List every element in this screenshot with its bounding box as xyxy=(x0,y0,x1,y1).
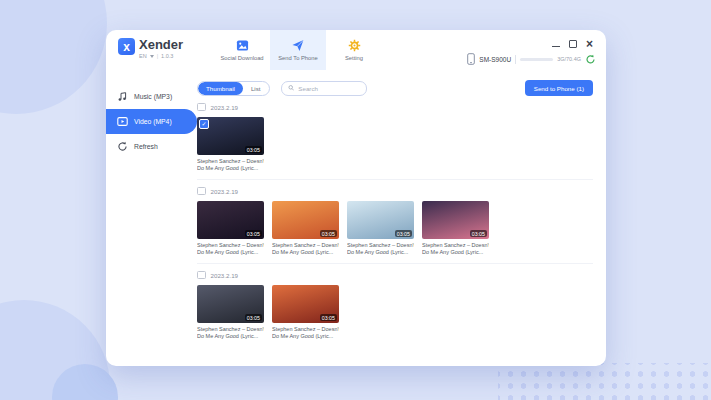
video-title-line2: Do Me Any Good (Lyric... xyxy=(197,165,264,172)
send-to-phone-button[interactable]: Send to Phone (1) xyxy=(525,80,593,96)
background-circle xyxy=(0,0,107,114)
view-list-button[interactable]: List xyxy=(243,82,269,95)
sidebar-item-video[interactable]: Video (MP4) xyxy=(106,109,197,134)
video-title-line1: Stephen Sanchez – Doesn't xyxy=(197,242,264,249)
divider: | xyxy=(157,52,158,60)
close-button[interactable]: × xyxy=(586,39,593,49)
video-duration: 03:05 xyxy=(320,314,337,321)
chevron-down-icon xyxy=(150,55,154,58)
video-title-line2: Do Me Any Good (Lyric... xyxy=(272,333,339,340)
video-title: Stephen Sanchez – Doesn't Do Me Any Good… xyxy=(197,326,264,340)
video-section: 2023.2.19 03:05 Stephen Sanchez – Doesn'… xyxy=(197,263,593,340)
video-thumbnail[interactable]: ✓ 03:05 xyxy=(197,117,264,155)
background-dot-grid xyxy=(498,363,711,400)
app-window: x Xender EN | 1.0.3 Social Download xyxy=(106,30,606,366)
video-title: Stephen Sanchez – Doesn't Do Me Any Good… xyxy=(197,158,264,172)
section-header: 2023.2.19 xyxy=(197,266,593,284)
device-name: SM-S900U xyxy=(479,56,511,63)
video-section: 2023.2.19 03:05 Stephen Sanchez – Doesn'… xyxy=(197,179,593,256)
language-selector[interactable]: EN xyxy=(139,52,147,60)
video-title-line2: Do Me Any Good (Lyric... xyxy=(422,249,489,256)
video-thumbnail[interactable]: 03:05 xyxy=(197,201,264,239)
window-controls: × xyxy=(552,39,593,49)
device-sync-icon[interactable] xyxy=(585,54,596,65)
video-title: Stephen Sanchez – Doesn't Do Me Any Good… xyxy=(422,242,489,256)
tab-send-to-phone[interactable]: Send To Phone xyxy=(270,30,326,70)
app-version: 1.0.3 xyxy=(161,52,173,60)
video-thumbnail[interactable]: 03:05 xyxy=(197,285,264,323)
video-thumbnail[interactable]: 03:05 xyxy=(422,201,489,239)
video-title-line1: Stephen Sanchez – Doesn't xyxy=(272,242,339,249)
video-card[interactable]: 03:05 Stephen Sanchez – Doesn't Do Me An… xyxy=(422,201,489,256)
video-duration: 03:05 xyxy=(245,314,262,321)
search-input[interactable] xyxy=(298,85,359,92)
video-title: Stephen Sanchez – Doesn't Do Me Any Good… xyxy=(272,242,339,256)
video-thumbnail[interactable]: 03:05 xyxy=(347,201,414,239)
section-cards: 03:05 Stephen Sanchez – Doesn't Do Me An… xyxy=(197,285,593,340)
xender-logo-icon: x xyxy=(118,38,135,55)
video-card[interactable]: 03:05 Stephen Sanchez – Doesn't Do Me An… xyxy=(197,201,264,256)
section-checkbox[interactable] xyxy=(197,187,206,196)
video-duration: 03:05 xyxy=(395,230,412,237)
content-area: Thumbnail List Send to Phone (1) 2023.2.… xyxy=(192,70,606,366)
phone-icon xyxy=(467,53,475,65)
maximize-button[interactable] xyxy=(569,40,577,48)
video-duration: 03:05 xyxy=(470,230,487,237)
storage-progress-bar xyxy=(520,58,553,61)
video-title: Stephen Sanchez – Doesn't Do Me Any Good… xyxy=(347,242,414,256)
section-cards: 03:05 Stephen Sanchez – Doesn't Do Me An… xyxy=(197,201,593,256)
section-date: 2023.2.19 xyxy=(211,272,239,279)
sidebar-item-label: Video (MP4) xyxy=(134,118,172,125)
tab-label: Send To Phone xyxy=(278,55,318,61)
image-icon xyxy=(236,39,249,52)
tab-setting[interactable]: Setting xyxy=(326,30,382,70)
divider xyxy=(515,55,516,64)
view-thumbnail-button[interactable]: Thumbnail xyxy=(198,82,243,95)
video-duration: 03:05 xyxy=(245,230,262,237)
video-thumbnail[interactable]: 03:05 xyxy=(272,201,339,239)
search-icon xyxy=(288,84,295,92)
section-checkbox[interactable] xyxy=(197,103,206,112)
video-title-line2: Do Me Any Good (Lyric... xyxy=(197,333,264,340)
music-note-icon xyxy=(117,91,128,102)
video-duration: 03:05 xyxy=(320,230,337,237)
video-icon xyxy=(117,116,128,127)
sidebar-item-label: Refresh xyxy=(134,143,158,150)
video-title: Stephen Sanchez – Doesn't Do Me Any Good… xyxy=(197,242,264,256)
video-card[interactable]: 03:05 Stephen Sanchez – Doesn't Do Me An… xyxy=(272,201,339,256)
video-title-line1: Stephen Sanchez – Doesn't xyxy=(197,158,264,165)
window-header: x Xender EN | 1.0.3 Social Download xyxy=(106,30,606,70)
app-brand: x Xender EN | 1.0.3 xyxy=(118,37,183,60)
tab-label: Setting xyxy=(345,55,363,61)
video-title-line1: Stephen Sanchez – Doesn't xyxy=(272,326,339,333)
video-card[interactable]: 03:05 Stephen Sanchez – Doesn't Do Me An… xyxy=(272,285,339,340)
video-card[interactable]: ✓ 03:05 Stephen Sanchez – Doesn't Do Me … xyxy=(197,117,264,172)
section-date: 2023.2.19 xyxy=(211,188,239,195)
section-header: 2023.2.19 xyxy=(197,182,593,200)
video-title-line2: Do Me Any Good (Lyric... xyxy=(347,249,414,256)
paper-plane-icon xyxy=(291,39,305,52)
video-card[interactable]: 03:05 Stephen Sanchez – Doesn't Do Me An… xyxy=(197,285,264,340)
minimize-button[interactable] xyxy=(552,46,560,47)
section-date: 2023.2.19 xyxy=(211,104,239,111)
tab-label: Social Download xyxy=(220,55,263,61)
video-title-line1: Stephen Sanchez – Doesn't xyxy=(347,242,414,249)
content-toolbar: Thumbnail List Send to Phone (1) xyxy=(197,80,593,96)
refresh-icon xyxy=(117,141,128,152)
section-cards: ✓ 03:05 Stephen Sanchez – Doesn't Do Me … xyxy=(197,117,593,172)
section-checkbox[interactable] xyxy=(197,271,206,280)
video-card[interactable]: 03:05 Stephen Sanchez – Doesn't Do Me An… xyxy=(347,201,414,256)
sidebar-item-label: Music (MP3) xyxy=(134,93,172,100)
video-duration: 03:05 xyxy=(245,146,262,153)
video-section: 2023.2.19 ✓ 03:05 Stephen Sanchez – Does… xyxy=(197,98,593,172)
search-box xyxy=(281,81,367,96)
sidebar: Music (MP3) Video (MP4) Refresh xyxy=(106,70,192,366)
video-thumbnail[interactable]: 03:05 xyxy=(272,285,339,323)
sidebar-item-music[interactable]: Music (MP3) xyxy=(106,84,192,109)
main-tabs: Social Download Send To Phone xyxy=(214,30,382,70)
section-header: 2023.2.19 xyxy=(197,98,593,116)
sidebar-item-refresh[interactable]: Refresh xyxy=(106,134,192,159)
video-selected-check[interactable]: ✓ xyxy=(199,119,209,129)
tab-social-download[interactable]: Social Download xyxy=(214,30,270,70)
video-title-line2: Do Me Any Good (Lyric... xyxy=(272,249,339,256)
